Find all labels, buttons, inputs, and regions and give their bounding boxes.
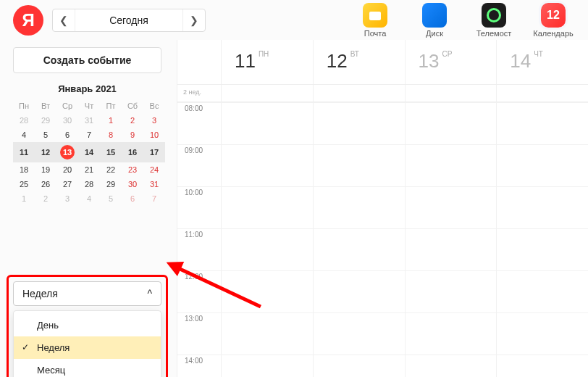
time-slot[interactable] [221,102,313,144]
mini-day[interactable]: 23 [122,162,143,177]
time-slot[interactable] [221,355,313,377]
mini-day[interactable]: 18 [13,162,35,177]
hour-label: 11:00 [177,228,221,270]
yandex-logo[interactable]: Я [13,5,43,36]
time-slot[interactable] [405,186,497,228]
dow-label: Вт [35,99,56,113]
time-slot[interactable] [405,228,497,270]
mini-day[interactable]: 14 [78,142,100,162]
mini-day[interactable]: 31 [143,177,165,191]
mini-day[interactable]: 24 [143,162,165,177]
view-mode-toggle[interactable]: Неделя ^ [13,281,161,306]
view-mode-menu: ДеньНеделяМесяцРасписание [13,310,161,377]
app-mail[interactable]: Почта [353,3,397,38]
mini-day[interactable]: 5 [35,128,56,142]
time-slot[interactable] [405,144,497,186]
mini-day[interactable]: 25 [13,177,35,191]
mini-day[interactable]: 28 [78,177,100,191]
time-slot[interactable] [313,355,405,377]
mini-day[interactable]: 22 [100,162,122,177]
next-arrow[interactable]: ❯ [183,9,205,31]
time-slot[interactable] [496,186,588,228]
time-slot[interactable] [496,355,588,377]
hour-label: 10:00 [177,186,221,228]
time-slot[interactable] [313,186,405,228]
time-slot[interactable] [221,228,313,270]
time-slot[interactable] [221,312,313,355]
time-slot[interactable] [405,312,497,355]
view-option-месяц[interactable]: Месяц [14,359,161,377]
time-slot[interactable] [405,355,497,377]
week-number-label: 2 нед. [177,85,221,102]
mini-day[interactable]: 3 [56,191,78,206]
time-slot[interactable] [496,270,588,312]
prev-arrow[interactable]: ❮ [53,9,75,31]
week-grid[interactable]: 11ПН 12ВТ 13СР 14ЧТ 2 нед. 08:0009:0010:… [177,40,588,377]
mini-day[interactable]: 1 [13,191,35,206]
time-slot[interactable] [313,102,405,144]
mini-day[interactable]: 27 [56,177,78,191]
hour-label: 14:00 [177,355,221,377]
mini-day[interactable]: 9 [122,128,143,142]
mini-day[interactable]: 28 [13,113,35,128]
time-slot[interactable] [313,312,405,355]
mini-day[interactable]: 4 [78,191,100,206]
mini-day[interactable]: 2 [35,191,56,206]
time-slot[interactable] [221,270,313,312]
mini-day[interactable]: 10 [143,128,165,142]
mini-day[interactable]: 21 [78,162,100,177]
time-slot[interactable] [221,144,313,186]
view-option-неделя[interactable]: Неделя [14,336,161,359]
time-slot[interactable] [405,270,497,312]
chevron-up-icon: ^ [147,288,152,299]
mini-day[interactable]: 15 [100,142,122,162]
mini-day[interactable]: 29 [35,113,56,128]
mini-day[interactable]: 6 [122,191,143,206]
mini-day[interactable]: 29 [100,177,122,191]
time-slot[interactable] [496,312,588,355]
today-button[interactable]: Сегодня [75,9,183,31]
time-slot[interactable] [221,186,313,228]
time-slot[interactable] [405,102,497,144]
day-header: 13СР [405,40,497,84]
app-label: Диск [413,29,456,38]
mini-day[interactable]: 2 [122,113,143,128]
time-slot[interactable] [313,144,405,186]
mini-day[interactable]: 7 [143,191,165,206]
app-calendar[interactable]: 12Календарь [532,3,575,38]
mini-day[interactable]: 20 [56,162,78,177]
app-disk[interactable]: Диск [413,3,456,38]
mini-day[interactable]: 13 [56,142,78,162]
time-slot[interactable] [496,144,588,186]
dow-label: Ср [56,99,78,113]
view-mode-dropdown[interactable]: Неделя ^ ДеньНеделяМесяцРасписание [13,281,161,377]
disk-icon [422,3,447,28]
view-option-день[interactable]: День [14,314,161,336]
mini-day[interactable]: 1 [100,113,122,128]
mini-day[interactable]: 17 [143,142,165,162]
view-mode-current: Неделя [22,288,58,299]
mini-day[interactable]: 5 [100,191,122,206]
mini-day[interactable]: 30 [122,177,143,191]
time-slot[interactable] [313,228,405,270]
time-slot[interactable] [496,102,588,144]
mini-day[interactable]: 12 [35,142,56,162]
create-event-button[interactable]: Создать событие [13,47,161,73]
mini-day[interactable]: 19 [35,162,56,177]
mini-calendar[interactable]: ПнВтСрЧтПтСбВс 2829303112345678910111213… [13,99,165,206]
day-header: 14ЧТ [496,40,588,84]
mini-day[interactable]: 4 [13,128,35,142]
time-slot[interactable] [496,228,588,270]
mini-day[interactable]: 6 [56,128,78,142]
mini-day[interactable]: 8 [100,128,122,142]
mini-day[interactable]: 31 [78,113,100,128]
mini-day[interactable]: 16 [122,142,143,162]
app-telemost[interactable]: Телемост [472,3,516,38]
mini-day[interactable]: 11 [13,142,35,162]
mini-day[interactable]: 7 [78,128,100,142]
mini-day[interactable]: 26 [35,177,56,191]
mini-day[interactable]: 3 [143,113,165,128]
dow-label: Пн [13,99,35,113]
time-slot[interactable] [313,270,405,312]
mini-day[interactable]: 30 [56,113,78,128]
